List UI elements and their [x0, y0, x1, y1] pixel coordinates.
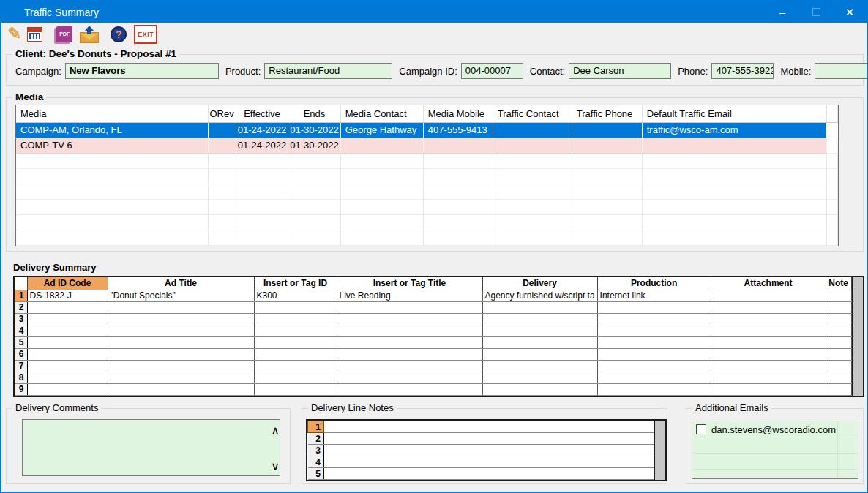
media-cell[interactable] [423, 168, 493, 184]
media-cell[interactable] [236, 184, 288, 199]
ds-cell[interactable] [597, 313, 711, 325]
media-row[interactable] [16, 153, 837, 168]
ds-cell[interactable] [482, 336, 597, 348]
media-cell[interactable] [340, 214, 423, 230]
line-note-rownum[interactable]: 1 [308, 421, 324, 433]
line-note-cell[interactable] [324, 456, 654, 468]
email-send-icon[interactable] [80, 26, 99, 43]
ds-cell[interactable] [482, 325, 597, 336]
ds-cell[interactable] [27, 313, 108, 325]
media-cell[interactable] [288, 153, 341, 168]
media-col-header[interactable]: Effective [236, 105, 288, 122]
line-note-cell[interactable] [324, 421, 654, 433]
media-cell[interactable]: George Hathway [340, 122, 423, 138]
media-cell[interactable] [572, 168, 642, 184]
media-cell[interactable] [16, 168, 208, 184]
media-cell[interactable] [340, 153, 423, 168]
ds-cell[interactable] [597, 383, 711, 395]
edit-pencil-icon[interactable]: ✎ [7, 25, 21, 44]
ds-cell[interactable] [254, 372, 337, 383]
media-row[interactable] [16, 184, 837, 199]
ds-cell[interactable]: Agency furnished w/script ta [482, 290, 597, 301]
ds-cell[interactable] [27, 348, 108, 360]
ds-cell[interactable] [597, 325, 711, 336]
media-cell[interactable] [493, 199, 572, 214]
ds-cell[interactable] [108, 313, 254, 325]
scroll-up-icon[interactable]: ∧ [271, 424, 280, 437]
media-row[interactable] [16, 199, 837, 214]
media-row[interactable]: COMP-AM, Orlando, FL01-24-202201-30-2022… [16, 122, 837, 138]
ds-rownum[interactable]: 6 [15, 348, 27, 360]
media-cell[interactable] [642, 168, 826, 184]
ds-cell[interactable] [108, 325, 254, 336]
media-cell[interactable] [236, 214, 288, 230]
line-note-rownum[interactable]: 4 [308, 456, 324, 468]
ds-cell[interactable] [27, 336, 108, 348]
media-cell[interactable] [236, 199, 288, 214]
ds-cell[interactable] [337, 325, 482, 336]
ds-cell[interactable] [711, 372, 826, 383]
media-col-header[interactable]: Traffic Phone [572, 105, 642, 122]
media-cell[interactable]: COMP-AM, Orlando, FL [16, 122, 208, 138]
media-cell[interactable]: traffic@wsco-am.com [642, 122, 826, 138]
media-cell[interactable] [642, 214, 826, 230]
media-cell[interactable] [288, 214, 341, 230]
ds-cell[interactable] [826, 325, 851, 336]
media-cell[interactable] [493, 122, 572, 138]
media-cell[interactable] [572, 153, 642, 168]
media-cell[interactable] [288, 199, 341, 214]
media-cell[interactable] [340, 199, 423, 214]
ds-rownum[interactable]: 4 [15, 325, 27, 336]
ds-cell[interactable]: K300 [254, 290, 337, 301]
ds-cell[interactable] [27, 372, 108, 383]
media-cell[interactable]: 01-24-2022 [236, 138, 288, 153]
ds-cell[interactable] [27, 383, 108, 395]
media-cell[interactable] [16, 153, 208, 168]
exit-icon[interactable]: EXIT [134, 25, 157, 44]
media-cell[interactable] [493, 184, 572, 199]
ds-cell[interactable] [826, 313, 851, 325]
ds-rownum[interactable]: 9 [15, 383, 27, 395]
media-cell[interactable] [572, 184, 642, 199]
media-cell[interactable] [340, 168, 423, 184]
ds-cell[interactable] [826, 290, 851, 301]
calendar-icon[interactable] [27, 27, 42, 42]
media-col-header[interactable]: Traffic Contact [493, 105, 572, 122]
ds-cell[interactable] [337, 372, 482, 383]
ds-cell[interactable] [482, 348, 597, 360]
pdf-export-icon[interactable]: PDF [56, 26, 72, 42]
ds-cell[interactable] [254, 336, 337, 348]
phone-input[interactable]: 407-555-3922 [711, 63, 774, 79]
media-cell[interactable] [16, 214, 208, 230]
media-col-header[interactable]: Media Contact [340, 105, 423, 122]
media-cell[interactable] [340, 138, 423, 153]
media-cell[interactable] [642, 153, 826, 168]
media-cell[interactable] [16, 199, 208, 214]
media-cell[interactable] [236, 168, 288, 184]
media-cell[interactable] [572, 230, 642, 245]
media-cell[interactable] [423, 214, 493, 230]
ds-cell[interactable] [254, 301, 337, 313]
mobile-input[interactable] [815, 63, 868, 79]
media-cell[interactable] [572, 122, 642, 138]
line-note-cell[interactable] [324, 445, 654, 456]
ds-cell[interactable] [254, 313, 337, 325]
ds-cell[interactable] [482, 360, 597, 372]
ds-rownum[interactable]: 1 [15, 290, 27, 301]
ds-cell[interactable] [597, 360, 711, 372]
media-cell[interactable] [423, 184, 493, 199]
ds-cell[interactable]: Internet link [597, 290, 711, 301]
media-cell[interactable] [572, 138, 642, 153]
ds-cell[interactable] [597, 336, 711, 348]
ds-col-header[interactable]: Insert or Tag ID [254, 277, 337, 290]
ds-col-header[interactable]: Ad ID Code [27, 277, 108, 290]
ds-cell[interactable] [337, 336, 482, 348]
campaign-id-input[interactable]: 004-00007 [461, 63, 523, 79]
media-cell[interactable] [493, 153, 572, 168]
ds-cell[interactable] [254, 360, 337, 372]
media-cell[interactable] [423, 199, 493, 214]
media-cell[interactable] [423, 153, 493, 168]
media-cell[interactable] [208, 153, 236, 168]
ds-rownum[interactable]: 3 [15, 313, 27, 325]
ds-cell[interactable] [108, 348, 254, 360]
